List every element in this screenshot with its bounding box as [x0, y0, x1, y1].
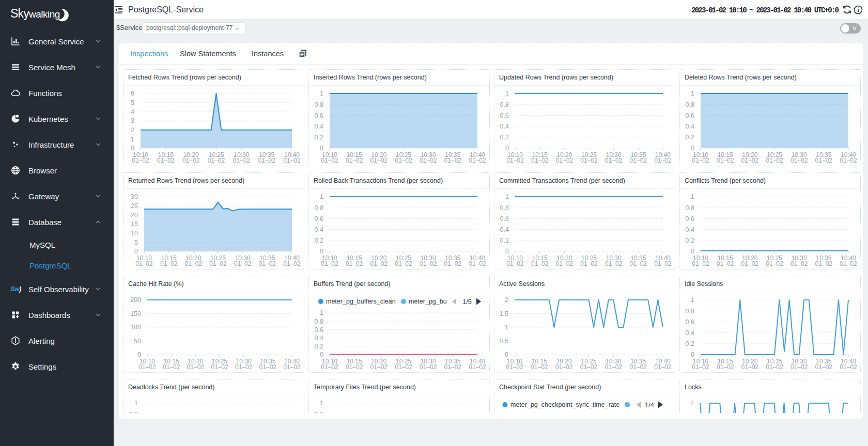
svg-text:01–02: 01–02 — [283, 260, 301, 267]
svg-text:0.8: 0.8 — [686, 308, 694, 315]
svg-text:01–02: 01–02 — [259, 363, 277, 371]
svg-text:100: 100 — [130, 324, 141, 331]
svg-text:0.2: 0.2 — [686, 340, 694, 347]
svg-text:0.2: 0.2 — [315, 343, 323, 350]
svg-text:0.4: 0.4 — [686, 329, 694, 337]
svg-text:01–02: 01–02 — [654, 157, 672, 164]
svg-text:01–02: 01–02 — [138, 363, 156, 371]
svg-text:01–02: 01–02 — [321, 260, 338, 267]
svg-text:0.5: 0.5 — [500, 338, 508, 345]
svg-text:0.4: 0.4 — [315, 226, 323, 233]
svg-text:01–02: 01–02 — [741, 363, 759, 371]
svg-text:01–02: 01–02 — [444, 363, 462, 371]
svg-text:0.8: 0.8 — [500, 101, 509, 108]
svg-text:01–02: 01–02 — [135, 260, 153, 267]
svg-text:01–02: 01–02 — [395, 157, 412, 164]
svg-text:01–02: 01–02 — [531, 260, 549, 267]
svg-text:0.2: 0.2 — [686, 237, 694, 244]
svg-text:01–02: 01–02 — [717, 363, 734, 371]
svg-text:2: 2 — [131, 126, 134, 134]
svg-text:01–02: 01–02 — [766, 363, 783, 371]
svg-text:01–02: 01–02 — [630, 260, 647, 267]
svg-text:0.6: 0.6 — [315, 215, 323, 222]
svg-text:0.8: 0.8 — [315, 204, 323, 212]
svg-text:01–02: 01–02 — [556, 260, 574, 267]
svg-text:01–02: 01–02 — [766, 260, 783, 267]
svg-text:01–02: 01–02 — [346, 363, 363, 371]
svg-text:01–02: 01–02 — [370, 363, 388, 371]
svg-text:01–02: 01–02 — [580, 157, 598, 164]
svg-text:01–02: 01–02 — [717, 260, 734, 267]
svg-text:01–02: 01–02 — [791, 260, 808, 267]
svg-text:01–02: 01–02 — [346, 157, 363, 164]
svg-text:01–02: 01–02 — [605, 363, 623, 371]
svg-text:01–02: 01–02 — [630, 157, 647, 164]
svg-text:1: 1 — [320, 309, 323, 316]
svg-text:0.2: 0.2 — [686, 134, 694, 141]
svg-text:01–02: 01–02 — [506, 260, 524, 267]
svg-text:01–02: 01–02 — [321, 157, 338, 164]
svg-text:01–02: 01–02 — [185, 260, 203, 267]
svg-text:01–02: 01–02 — [840, 157, 857, 164]
svg-text:01–02: 01–02 — [630, 363, 647, 371]
svg-text:01–02: 01–02 — [741, 260, 759, 267]
svg-text:30: 30 — [131, 193, 138, 200]
svg-text:0.6: 0.6 — [500, 215, 509, 222]
svg-text:01–02: 01–02 — [692, 363, 709, 371]
svg-text:1: 1 — [320, 400, 323, 407]
svg-text:6: 6 — [131, 90, 134, 97]
svg-text:1: 1 — [505, 412, 509, 413]
svg-text:01–02: 01–02 — [444, 260, 462, 267]
svg-text:0.6: 0.6 — [315, 326, 323, 333]
svg-text:01–02: 01–02 — [815, 157, 833, 164]
svg-text:1/4: 1/4 — [645, 401, 654, 409]
svg-text:meter_pg_checkpoint_sync_time_: meter_pg_checkpoint_sync_time_rate — [510, 401, 619, 408]
svg-text:200: 200 — [130, 296, 141, 304]
svg-text:01–02: 01–02 — [605, 157, 623, 164]
svg-text:01–02: 01–02 — [321, 363, 338, 371]
svg-text:01–02: 01–02 — [346, 260, 363, 267]
svg-text:5: 5 — [134, 239, 138, 246]
svg-text:01–02: 01–02 — [444, 157, 462, 164]
svg-text:01–02: 01–02 — [580, 260, 598, 267]
svg-text:50: 50 — [134, 338, 141, 345]
svg-text:0.8: 0.8 — [500, 204, 509, 212]
svg-text:01–02: 01–02 — [187, 363, 205, 371]
svg-text:1: 1 — [505, 90, 509, 97]
svg-text:01–02: 01–02 — [791, 157, 808, 164]
svg-text:0.6: 0.6 — [500, 112, 509, 119]
svg-text:01–02: 01–02 — [132, 157, 149, 164]
svg-text:01–02: 01–02 — [791, 363, 808, 371]
svg-text:01–02: 01–02 — [531, 363, 548, 371]
svg-text:0.2: 0.2 — [500, 134, 509, 141]
svg-text:1: 1 — [131, 136, 134, 143]
svg-text:01–02: 01–02 — [395, 260, 412, 267]
svg-text:01–02: 01–02 — [741, 157, 759, 164]
svg-text:0.4: 0.4 — [686, 123, 694, 130]
svg-text:15: 15 — [131, 220, 138, 228]
svg-text:1: 1 — [134, 400, 138, 407]
svg-text:01–02: 01–02 — [605, 260, 623, 267]
svg-text:1: 1 — [320, 193, 323, 200]
svg-text:meter_pg_buffers_clean: meter_pg_buffers_clean — [326, 298, 396, 305]
svg-text:1: 1 — [505, 193, 509, 200]
svg-text:01–02: 01–02 — [469, 157, 486, 164]
svg-text:01–02: 01–02 — [163, 363, 180, 371]
svg-text:01–02: 01–02 — [717, 157, 734, 164]
svg-text:meter_pg_bu: meter_pg_bu — [409, 298, 447, 305]
svg-text:01–02: 01–02 — [506, 157, 524, 164]
svg-text:01–02: 01–02 — [692, 157, 709, 164]
svg-text:01–02: 01–02 — [766, 157, 783, 164]
svg-text:1: 1 — [691, 296, 694, 304]
svg-text:2: 2 — [690, 400, 694, 407]
svg-text:0.8: 0.8 — [129, 411, 138, 413]
svg-text:0.4: 0.4 — [315, 123, 323, 130]
svg-text:0.8: 0.8 — [686, 204, 694, 212]
svg-text:0.6: 0.6 — [686, 215, 694, 222]
svg-text:0.4: 0.4 — [500, 123, 509, 130]
svg-text:01–02: 01–02 — [555, 363, 573, 371]
svg-text:0.8: 0.8 — [686, 101, 694, 108]
svg-text:150: 150 — [130, 310, 141, 317]
svg-text:01–02: 01–02 — [840, 260, 857, 267]
svg-text:10: 10 — [131, 230, 138, 237]
